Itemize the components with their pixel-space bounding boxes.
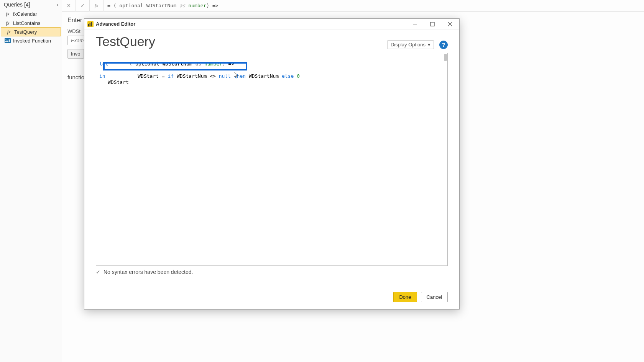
query-item-testquery[interactable]: fx TestQuery [1, 27, 61, 36]
done-button[interactable]: Done [393, 292, 417, 302]
queries-pane-header[interactable]: Queries [4] ‹ [0, 0, 62, 9]
display-options-dropdown[interactable]: Display Options ▾ [387, 40, 434, 49]
help-icon: ? [442, 42, 445, 48]
maximize-button[interactable] [425, 20, 440, 29]
cancel-formula-icon[interactable]: ✕ [62, 0, 76, 11]
cancel-button[interactable]: Cancel [421, 292, 448, 302]
minimize-icon [412, 22, 417, 26]
fx-icon: fx [5, 20, 11, 26]
help-button[interactable]: ? [439, 41, 448, 49]
query-label: fxCalendar [13, 11, 37, 17]
minimize-button[interactable] [407, 20, 422, 29]
code-editor[interactable]: ( optional WDStartNum as number) => let … [96, 53, 448, 266]
query-name-title[interactable]: TestQuery [96, 34, 155, 49]
maximize-icon [430, 22, 435, 26]
queries-pane: Queries [4] ‹ fx fxCalendar fx ListConta… [0, 0, 62, 362]
number-icon: 123 [5, 38, 11, 43]
queries-pane-title: Queries [4] [4, 2, 30, 8]
svg-rect-0 [88, 24, 89, 26]
svg-rect-1 [90, 23, 90, 26]
formula-bar: ✕ ✓ fx = ( optional WDStartNum as number… [62, 0, 644, 11]
display-options-label: Display Options [391, 42, 426, 48]
formula-bar-input[interactable]: = ( optional WDStartNum as number) => [104, 3, 644, 8]
fx-icon: fx [6, 29, 12, 35]
accept-formula-icon[interactable]: ✓ [76, 0, 90, 11]
query-item-listcontains[interactable]: fx ListContains [0, 18, 62, 28]
query-item-invoked-function[interactable]: 123 Invoked Function [0, 36, 62, 45]
query-label: TestQuery [14, 29, 37, 35]
syntax-status-row: ✓ No syntax errors have been detected. [96, 269, 448, 275]
dialog-titlebar[interactable]: Advanced Editor [84, 19, 459, 29]
query-label: Invoked Function [13, 38, 51, 44]
collapse-pane-icon[interactable]: ‹ [57, 2, 59, 8]
checkmark-icon: ✓ [96, 269, 100, 275]
powerbi-logo-icon [87, 21, 94, 27]
svg-rect-2 [91, 22, 92, 26]
svg-rect-4 [430, 22, 434, 26]
query-label: ListContains [13, 20, 41, 26]
dialog-title: Advanced Editor [96, 21, 135, 27]
close-icon [448, 22, 452, 26]
scrollbar-thumb[interactable] [444, 54, 447, 61]
syntax-status-text: No syntax errors have been detected. [104, 269, 193, 275]
close-button[interactable] [442, 20, 458, 29]
fx-icon: fx [5, 11, 11, 17]
chevron-down-icon: ▾ [428, 42, 430, 48]
advanced-editor-dialog: Advanced Editor TestQuery Display Option… [84, 18, 460, 310]
invoke-button[interactable]: Invo [67, 49, 84, 59]
power-query-editor-window: Queries [4] ‹ fx fxCalendar fx ListConta… [0, 0, 644, 362]
query-item-fxcalendar[interactable]: fx fxCalendar [0, 9, 62, 18]
fx-icon[interactable]: fx [90, 0, 104, 11]
